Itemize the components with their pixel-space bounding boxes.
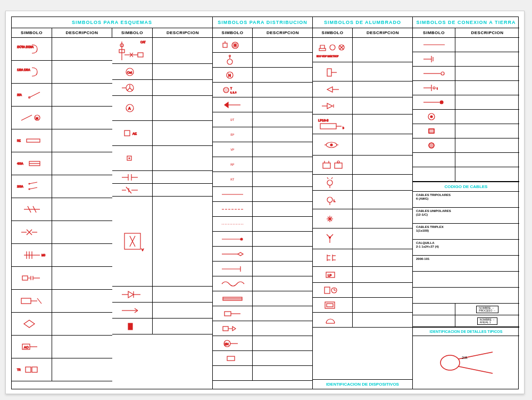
table-row: [413, 110, 519, 124]
symbol-cell: [112, 287, 153, 302]
text-icon: DT: [213, 112, 252, 127]
svg-text:200A: 200A: [17, 185, 23, 188]
table-row: [313, 313, 412, 328]
table-row: [313, 156, 412, 175]
title-tierra: SIMBOLOS DE CONEXION A TIERRA: [413, 17, 519, 28]
table-row: RE: [12, 129, 112, 152]
symbol-cell: [313, 228, 353, 249]
table-row: DT: [213, 112, 312, 127]
x-contact-icon: [12, 221, 52, 243]
table-row: [12, 221, 112, 244]
circle-2n-icon: 2N: [213, 336, 252, 350]
symbol-cell: [112, 184, 153, 196]
codigo-title: CODIGO DE CABLES: [413, 182, 519, 192]
svg-text:A: A: [128, 107, 131, 110]
ground-multi-icon: M0: [12, 244, 52, 266]
codigo-text: [413, 288, 519, 303]
rect-small-icon: [213, 351, 252, 365]
panel-icon: LP16-3b: [313, 115, 352, 134]
table-row: [413, 138, 519, 153]
svg-point-102: [330, 45, 335, 50]
codigo-text: CABLES TRIPLEX 1(1x100): [413, 224, 519, 239]
table-row: [413, 38, 519, 52]
svg-rect-72: [223, 43, 227, 47]
bulb-l-icon: L: [313, 191, 352, 209]
table-row: [413, 153, 519, 167]
breaker-curve-icon: 120A 130A: [12, 61, 52, 83]
symbol-cell: [313, 134, 353, 155]
symbol-cell: [413, 38, 455, 52]
codigo-row: 2000-101: [413, 256, 519, 272]
svg-text:b: b: [343, 126, 344, 129]
chevron-line-icon: [213, 97, 252, 112]
table-row: [313, 81, 412, 97]
circle-target-icon: [413, 110, 455, 124]
symbol-cell: [313, 175, 353, 190]
table-row: [313, 249, 412, 267]
description-cell: [353, 62, 412, 81]
svg-text:1, 2, 3: 1, 2, 3: [230, 91, 237, 94]
table-row: VP: [213, 142, 312, 157]
description-cell: [253, 217, 312, 231]
svg-point-125: [327, 180, 332, 185]
description-cell: [353, 134, 412, 155]
svg-rect-100: [227, 356, 235, 361]
table-row: [213, 291, 312, 306]
description-cell: [353, 228, 412, 249]
table-row: [112, 80, 213, 96]
description-cell: [253, 97, 312, 112]
description-cell: [153, 171, 213, 183]
line-dashed-icon: [213, 202, 252, 216]
table-row: [213, 321, 312, 336]
table-row: ECO VIOP MAN THOP: [313, 38, 412, 62]
description-cell: [455, 52, 519, 66]
description-cell: [353, 81, 412, 97]
description-cell: [353, 267, 412, 282]
description-cell: [52, 152, 112, 175]
svg-point-161: [441, 72, 444, 75]
description-cell: [52, 61, 112, 83]
table-row: LP: [313, 267, 412, 283]
breaker-curve-icon: 2X75A 2X20A: [12, 38, 52, 60]
table-row: [12, 198, 112, 221]
svg-line-127: [327, 177, 328, 179]
symbol-cell: L: [313, 191, 353, 209]
meter-box-icon: AO: [12, 336, 52, 358]
line-red-icon: [413, 38, 455, 52]
symbol-cell: M0: [12, 244, 52, 266]
svg-text:V: V: [142, 248, 144, 251]
detalles-title: IDENTIFICACION DE DETALLES TIPICOS: [413, 327, 519, 336]
control-diagram-icon: CAT: [112, 38, 152, 63]
ground-short-icon: [413, 52, 455, 66]
svg-rect-71: [128, 323, 132, 330]
description-cell: [52, 313, 112, 335]
table-row: [213, 97, 312, 112]
table-row: [213, 187, 312, 202]
svg-rect-149: [325, 287, 330, 293]
table-row: T1, 2, 3: [213, 83, 312, 97]
description-cell: [353, 283, 412, 297]
svg-text:AE: AE: [132, 132, 137, 135]
symbol-cell: [213, 187, 253, 201]
svg-rect-94: [225, 312, 231, 316]
circle-a-icon: A: [112, 96, 152, 120]
hdr-simbolo: SIMBOLO: [213, 28, 253, 37]
distrib-rows: NT1, 2, 3DTEPVPRPRT2N: [213, 38, 312, 389]
codigo-row: CABLES TRIPOLARES 6 (AWG): [413, 192, 519, 208]
detalle-label-text: 2/A: [462, 356, 468, 360]
table-row: [313, 175, 412, 191]
table-row: [313, 298, 412, 313]
table-row: V: [112, 197, 213, 287]
description-cell: [253, 366, 312, 380]
description-cell: [253, 306, 312, 321]
symbol-cell: [313, 209, 353, 228]
table-row: [413, 67, 519, 81]
diode-box-icon: [213, 321, 252, 336]
switch-meter-icon: M: [12, 107, 52, 129]
svg-rect-46: [138, 53, 143, 57]
description-cell: [253, 202, 312, 216]
symbol-cell: [213, 97, 253, 112]
svg-rect-32: [21, 298, 31, 304]
alumbrado-footer: IDENTIFICACION DE DISPOSITIVOS: [313, 379, 412, 389]
symbol-cell: M: [12, 107, 52, 129]
